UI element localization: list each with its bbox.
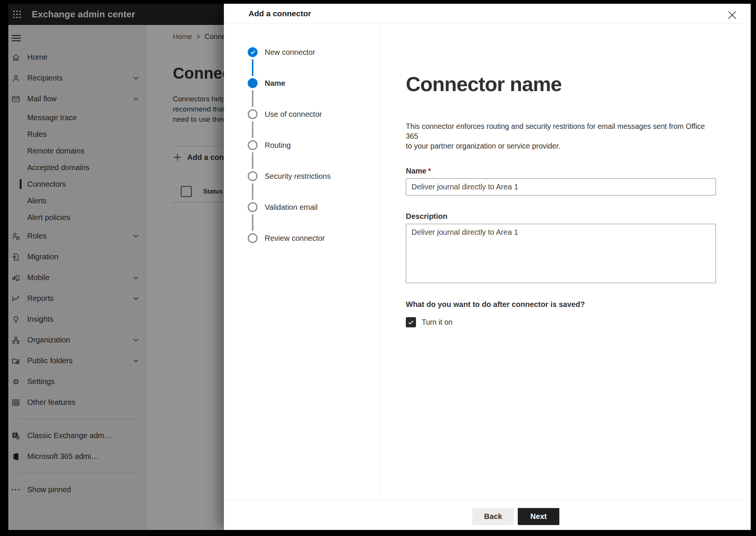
step-upcoming-icon — [248, 233, 258, 243]
dialog-footer: Back Next — [224, 500, 751, 530]
name-input[interactable] — [406, 178, 716, 195]
step-label: New connector — [265, 47, 315, 57]
step-upcoming-icon — [248, 140, 258, 150]
turn-it-on-checkbox[interactable] — [406, 317, 416, 327]
step-label: Validation email — [265, 202, 318, 212]
step-validation-email[interactable]: Validation email — [248, 202, 380, 233]
name-label-text: Name — [406, 167, 426, 175]
content-description: This connector enforces routing and secu… — [406, 121, 716, 151]
turn-on-row: Turn it on — [406, 317, 716, 327]
close-button[interactable] — [727, 9, 738, 21]
after-save-question: What do you want to do after connector i… — [406, 300, 716, 309]
description-line: to your partner organization or service … — [406, 141, 716, 151]
back-button[interactable]: Back — [472, 508, 514, 525]
description-line: This connector enforces routing and secu… — [406, 121, 716, 141]
close-icon — [728, 11, 737, 20]
step-completed-icon — [248, 47, 258, 57]
description-textarea[interactable]: Deliver journal directly to Area 1 — [406, 224, 716, 283]
step-label: Use of connector — [265, 109, 322, 119]
required-marker: * — [428, 167, 431, 175]
step-active-icon — [248, 78, 258, 88]
step-label: Review connector — [265, 233, 325, 243]
name-field-label: Name* — [406, 167, 716, 175]
wizard-content: Connector name This connector enforces r… — [380, 24, 751, 500]
step-review-connector[interactable]: Review connector — [248, 233, 380, 264]
step-name[interactable]: Name — [248, 78, 380, 109]
screen: Exchange admin center Home Recipients Ma… — [8, 4, 751, 530]
step-upcoming-icon — [248, 202, 258, 212]
step-routing[interactable]: Routing — [248, 140, 380, 171]
wizard-stepper: New connector Name Use of connector Rout… — [224, 24, 380, 500]
dialog-title: Add a connector — [248, 9, 311, 18]
add-connector-dialog: Add a connector New connector Name Use o… — [224, 4, 751, 530]
step-label: Routing — [265, 140, 291, 150]
dialog-header: Add a connector — [224, 4, 751, 24]
step-security-restrictions[interactable]: Security restrictions — [248, 171, 380, 202]
step-use-of-connector[interactable]: Use of connector — [248, 109, 380, 140]
turn-it-on-label: Turn it on — [422, 318, 453, 327]
step-upcoming-icon — [248, 109, 258, 119]
step-new-connector[interactable]: New connector — [248, 47, 380, 78]
step-label: Name — [265, 78, 285, 88]
dialog-body: New connector Name Use of connector Rout… — [224, 24, 751, 500]
checkmark-icon — [408, 320, 414, 325]
content-heading: Connector name — [406, 72, 716, 96]
description-field-label: Description — [406, 212, 716, 221]
next-button[interactable]: Next — [518, 508, 559, 525]
step-label: Security restrictions — [265, 171, 331, 181]
step-upcoming-icon — [248, 171, 258, 181]
